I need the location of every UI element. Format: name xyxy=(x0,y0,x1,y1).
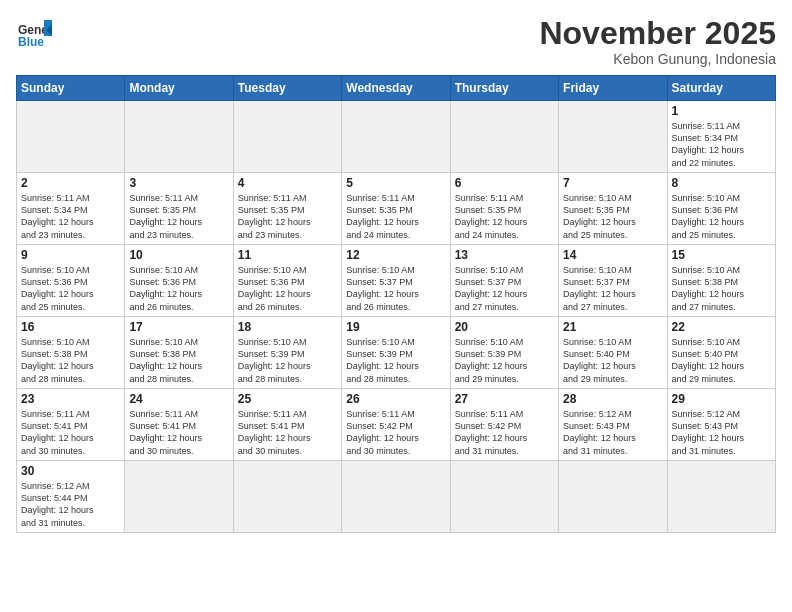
svg-text:Blue: Blue xyxy=(18,35,44,49)
calendar-week-row: 30Sunrise: 5:12 AM Sunset: 5:44 PM Dayli… xyxy=(17,461,776,533)
table-row xyxy=(125,461,233,533)
day-info: Sunrise: 5:11 AM Sunset: 5:35 PM Dayligh… xyxy=(346,192,445,241)
calendar-week-row: 16Sunrise: 5:10 AM Sunset: 5:38 PM Dayli… xyxy=(17,317,776,389)
table-row: 12Sunrise: 5:10 AM Sunset: 5:37 PM Dayli… xyxy=(342,245,450,317)
day-number: 24 xyxy=(129,392,228,406)
day-info: Sunrise: 5:10 AM Sunset: 5:39 PM Dayligh… xyxy=(455,336,554,385)
table-row: 2Sunrise: 5:11 AM Sunset: 5:34 PM Daylig… xyxy=(17,173,125,245)
day-number: 20 xyxy=(455,320,554,334)
table-row: 9Sunrise: 5:10 AM Sunset: 5:36 PM Daylig… xyxy=(17,245,125,317)
table-row: 5Sunrise: 5:11 AM Sunset: 5:35 PM Daylig… xyxy=(342,173,450,245)
day-info: Sunrise: 5:10 AM Sunset: 5:36 PM Dayligh… xyxy=(21,264,120,313)
table-row: 15Sunrise: 5:10 AM Sunset: 5:38 PM Dayli… xyxy=(667,245,775,317)
day-info: Sunrise: 5:12 AM Sunset: 5:43 PM Dayligh… xyxy=(672,408,771,457)
table-row: 25Sunrise: 5:11 AM Sunset: 5:41 PM Dayli… xyxy=(233,389,341,461)
day-number: 3 xyxy=(129,176,228,190)
day-number: 1 xyxy=(672,104,771,118)
day-number: 14 xyxy=(563,248,662,262)
day-number: 4 xyxy=(238,176,337,190)
table-row: 27Sunrise: 5:11 AM Sunset: 5:42 PM Dayli… xyxy=(450,389,558,461)
table-row: 1Sunrise: 5:11 AM Sunset: 5:34 PM Daylig… xyxy=(667,101,775,173)
day-info: Sunrise: 5:10 AM Sunset: 5:36 PM Dayligh… xyxy=(129,264,228,313)
day-info: Sunrise: 5:10 AM Sunset: 5:37 PM Dayligh… xyxy=(455,264,554,313)
day-info: Sunrise: 5:10 AM Sunset: 5:37 PM Dayligh… xyxy=(346,264,445,313)
month-title: November 2025 xyxy=(539,16,776,51)
table-row: 3Sunrise: 5:11 AM Sunset: 5:35 PM Daylig… xyxy=(125,173,233,245)
day-info: Sunrise: 5:12 AM Sunset: 5:43 PM Dayligh… xyxy=(563,408,662,457)
day-info: Sunrise: 5:10 AM Sunset: 5:39 PM Dayligh… xyxy=(238,336,337,385)
day-number: 28 xyxy=(563,392,662,406)
day-number: 8 xyxy=(672,176,771,190)
day-number: 5 xyxy=(346,176,445,190)
table-row: 10Sunrise: 5:10 AM Sunset: 5:36 PM Dayli… xyxy=(125,245,233,317)
day-number: 12 xyxy=(346,248,445,262)
day-number: 7 xyxy=(563,176,662,190)
table-row: 14Sunrise: 5:10 AM Sunset: 5:37 PM Dayli… xyxy=(559,245,667,317)
table-row xyxy=(559,101,667,173)
general-blue-logo-icon: General Blue xyxy=(16,16,52,52)
header: General Blue November 2025 Kebon Gunung,… xyxy=(16,16,776,67)
day-info: Sunrise: 5:11 AM Sunset: 5:35 PM Dayligh… xyxy=(238,192,337,241)
calendar-week-row: 2Sunrise: 5:11 AM Sunset: 5:34 PM Daylig… xyxy=(17,173,776,245)
table-row: 6Sunrise: 5:11 AM Sunset: 5:35 PM Daylig… xyxy=(450,173,558,245)
header-friday: Friday xyxy=(559,76,667,101)
day-info: Sunrise: 5:11 AM Sunset: 5:42 PM Dayligh… xyxy=(346,408,445,457)
table-row: 19Sunrise: 5:10 AM Sunset: 5:39 PM Dayli… xyxy=(342,317,450,389)
day-info: Sunrise: 5:10 AM Sunset: 5:38 PM Dayligh… xyxy=(21,336,120,385)
calendar-week-row: 9Sunrise: 5:10 AM Sunset: 5:36 PM Daylig… xyxy=(17,245,776,317)
table-row: 16Sunrise: 5:10 AM Sunset: 5:38 PM Dayli… xyxy=(17,317,125,389)
header-wednesday: Wednesday xyxy=(342,76,450,101)
day-number: 18 xyxy=(238,320,337,334)
day-number: 16 xyxy=(21,320,120,334)
table-row xyxy=(342,461,450,533)
location: Kebon Gunung, Indonesia xyxy=(539,51,776,67)
logo: General Blue xyxy=(16,16,52,52)
table-row xyxy=(342,101,450,173)
table-row xyxy=(559,461,667,533)
day-info: Sunrise: 5:12 AM Sunset: 5:44 PM Dayligh… xyxy=(21,480,120,529)
day-info: Sunrise: 5:10 AM Sunset: 5:37 PM Dayligh… xyxy=(563,264,662,313)
calendar-week-row: 23Sunrise: 5:11 AM Sunset: 5:41 PM Dayli… xyxy=(17,389,776,461)
day-number: 17 xyxy=(129,320,228,334)
table-row: 23Sunrise: 5:11 AM Sunset: 5:41 PM Dayli… xyxy=(17,389,125,461)
day-number: 23 xyxy=(21,392,120,406)
table-row xyxy=(450,101,558,173)
table-row: 4Sunrise: 5:11 AM Sunset: 5:35 PM Daylig… xyxy=(233,173,341,245)
day-info: Sunrise: 5:10 AM Sunset: 5:35 PM Dayligh… xyxy=(563,192,662,241)
calendar-table: Sunday Monday Tuesday Wednesday Thursday… xyxy=(16,75,776,533)
day-number: 15 xyxy=(672,248,771,262)
day-number: 22 xyxy=(672,320,771,334)
day-info: Sunrise: 5:10 AM Sunset: 5:38 PM Dayligh… xyxy=(129,336,228,385)
table-row: 26Sunrise: 5:11 AM Sunset: 5:42 PM Dayli… xyxy=(342,389,450,461)
table-row: 22Sunrise: 5:10 AM Sunset: 5:40 PM Dayli… xyxy=(667,317,775,389)
table-row: 7Sunrise: 5:10 AM Sunset: 5:35 PM Daylig… xyxy=(559,173,667,245)
table-row: 20Sunrise: 5:10 AM Sunset: 5:39 PM Dayli… xyxy=(450,317,558,389)
table-row: 28Sunrise: 5:12 AM Sunset: 5:43 PM Dayli… xyxy=(559,389,667,461)
day-info: Sunrise: 5:10 AM Sunset: 5:38 PM Dayligh… xyxy=(672,264,771,313)
header-sunday: Sunday xyxy=(17,76,125,101)
table-row: 21Sunrise: 5:10 AM Sunset: 5:40 PM Dayli… xyxy=(559,317,667,389)
day-info: Sunrise: 5:11 AM Sunset: 5:41 PM Dayligh… xyxy=(129,408,228,457)
calendar-page: General Blue November 2025 Kebon Gunung,… xyxy=(0,0,792,612)
day-number: 13 xyxy=(455,248,554,262)
table-row: 29Sunrise: 5:12 AM Sunset: 5:43 PM Dayli… xyxy=(667,389,775,461)
header-monday: Monday xyxy=(125,76,233,101)
day-info: Sunrise: 5:11 AM Sunset: 5:42 PM Dayligh… xyxy=(455,408,554,457)
day-info: Sunrise: 5:11 AM Sunset: 5:35 PM Dayligh… xyxy=(129,192,228,241)
table-row: 18Sunrise: 5:10 AM Sunset: 5:39 PM Dayli… xyxy=(233,317,341,389)
table-row xyxy=(125,101,233,173)
day-number: 25 xyxy=(238,392,337,406)
day-info: Sunrise: 5:10 AM Sunset: 5:40 PM Dayligh… xyxy=(563,336,662,385)
day-number: 27 xyxy=(455,392,554,406)
day-number: 11 xyxy=(238,248,337,262)
day-info: Sunrise: 5:10 AM Sunset: 5:36 PM Dayligh… xyxy=(672,192,771,241)
day-info: Sunrise: 5:11 AM Sunset: 5:35 PM Dayligh… xyxy=(455,192,554,241)
table-row: 30Sunrise: 5:12 AM Sunset: 5:44 PM Dayli… xyxy=(17,461,125,533)
day-info: Sunrise: 5:10 AM Sunset: 5:40 PM Dayligh… xyxy=(672,336,771,385)
table-row xyxy=(233,101,341,173)
header-saturday: Saturday xyxy=(667,76,775,101)
table-row: 24Sunrise: 5:11 AM Sunset: 5:41 PM Dayli… xyxy=(125,389,233,461)
header-thursday: Thursday xyxy=(450,76,558,101)
table-row xyxy=(450,461,558,533)
day-number: 2 xyxy=(21,176,120,190)
